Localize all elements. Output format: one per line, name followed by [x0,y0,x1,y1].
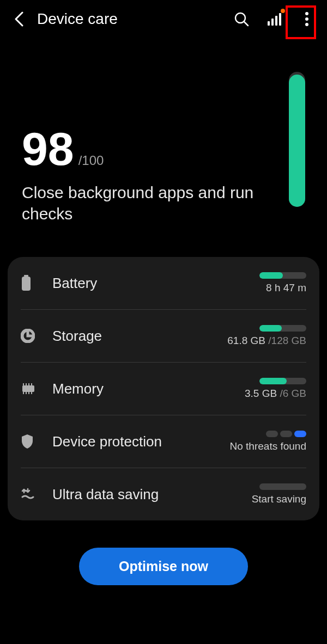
battery-label: Battery [45,275,259,292]
page-title: Device care [37,10,222,28]
score-message: Close background apps and run checks [22,182,256,224]
svg-rect-4 [275,16,277,26]
notification-dot-icon [281,9,285,13]
battery-bar [259,272,306,279]
svg-rect-10 [22,277,31,291]
signal-bars-icon [267,11,282,27]
svg-rect-16 [31,383,32,385]
svg-point-7 [305,17,308,21]
memory-sub: 3.5 GB /6 GB [245,388,306,400]
svg-rect-15 [28,383,29,385]
storage-icon [21,329,35,343]
svg-rect-3 [271,19,274,26]
memory-icon [21,383,36,395]
storage-bar [259,325,306,332]
memory-bar [259,378,306,384]
score-display: 98 /100 [22,125,289,172]
storage-label: Storage [45,328,227,345]
svg-rect-13 [23,383,24,385]
svg-rect-19 [28,392,29,394]
shield-icon [21,434,34,449]
score-value: 98 [22,125,74,172]
more-vertical-icon [305,11,309,27]
back-button[interactable] [11,11,27,27]
svg-rect-17 [23,392,24,394]
uds-row[interactable]: Ultra data saving Start saving [21,468,306,520]
score-max: /100 [78,153,104,168]
data-saving-icon [21,487,35,501]
svg-rect-2 [268,21,270,26]
storage-sub: 61.8 GB /128 GB [227,335,306,347]
battery-icon [21,275,32,291]
search-button[interactable] [232,10,251,28]
search-icon [234,11,249,27]
categories-card: Battery 8 h 47 m Storage 61.8 GB /128 GB [8,257,319,520]
svg-point-8 [305,23,308,26]
svg-line-1 [244,22,248,26]
svg-point-6 [305,12,308,15]
score-section: 98 /100 Close background apps and run ch… [0,38,327,257]
more-options-button[interactable] [298,10,316,28]
svg-rect-20 [31,392,32,394]
memory-row[interactable]: Memory 3.5 GB /6 GB [21,363,306,415]
memory-label: Memory [45,381,245,397]
svg-rect-14 [26,383,27,385]
uds-bar [259,483,306,490]
protection-row[interactable]: Device protection No threats found [21,415,306,468]
svg-rect-12 [22,385,34,392]
svg-rect-5 [279,13,281,26]
optimise-button[interactable]: Optimise now [79,548,248,585]
battery-row[interactable]: Battery 8 h 47 m [21,257,306,310]
protection-label: Device protection [45,433,230,450]
signal-button[interactable] [265,10,283,28]
protection-dots [266,431,306,437]
chevron-left-icon [14,11,24,27]
uds-sub: Start saving [252,493,306,505]
svg-rect-18 [26,392,27,394]
battery-sub: 8 h 47 m [266,282,306,294]
svg-rect-9 [24,275,28,277]
score-bar [289,72,305,207]
uds-label: Ultra data saving [45,486,252,503]
score-bar-fill [289,75,305,207]
protection-sub: No threats found [230,440,306,452]
storage-row[interactable]: Storage 61.8 GB /128 GB [21,310,306,363]
